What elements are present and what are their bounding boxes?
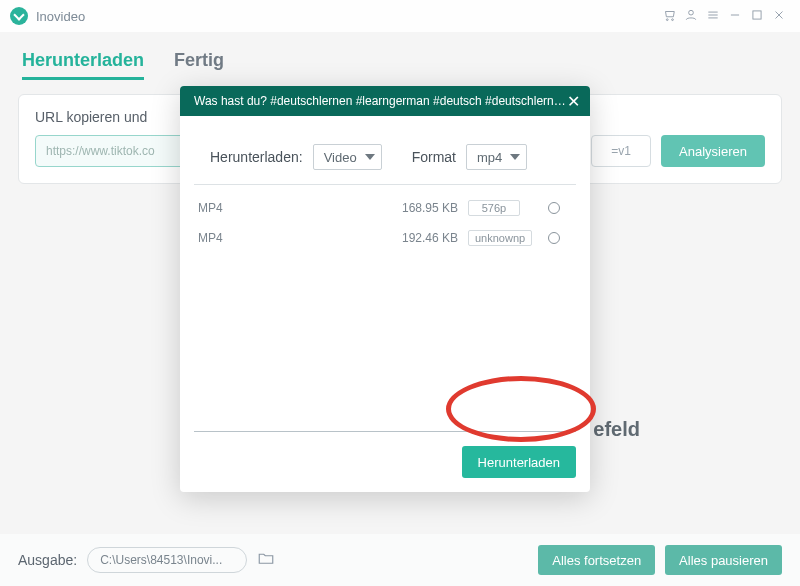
- modal-header: Was hast du? #deutschlernen #learngerman…: [180, 86, 590, 116]
- modal-close-icon[interactable]: ✕: [567, 92, 580, 111]
- format-select[interactable]: mp4: [466, 144, 527, 170]
- modal-title: Was hast du? #deutschlernen #learngerman…: [194, 94, 567, 108]
- footer-bar: Ausgabe: C:\Users\84513\Inovi... Alles f…: [0, 534, 800, 586]
- row-radio[interactable]: [548, 202, 560, 214]
- pause-all-button[interactable]: Alles pausieren: [665, 545, 782, 575]
- menu-icon[interactable]: [702, 8, 724, 25]
- analyze-button[interactable]: Analysieren: [661, 135, 765, 167]
- download-type-select[interactable]: Video: [313, 144, 382, 170]
- row-format: MP4: [194, 201, 384, 215]
- download-button[interactable]: Herunterladen: [462, 446, 576, 478]
- background-hint-text: efeld: [593, 418, 640, 441]
- titlebar: Inovideo: [0, 0, 800, 32]
- modal-controls: Herunterladen: Video Format mp4: [180, 116, 590, 184]
- svg-point-0: [666, 18, 668, 20]
- format-label: Format: [412, 149, 456, 165]
- output-label: Ausgabe:: [18, 552, 77, 568]
- tab-fertig[interactable]: Fertig: [174, 50, 224, 80]
- row-format: MP4: [194, 231, 384, 245]
- row-quality: 576p: [468, 200, 520, 216]
- svg-point-2: [689, 10, 694, 15]
- output-path[interactable]: C:\Users\84513\Inovi...: [87, 547, 247, 573]
- cart-icon[interactable]: [658, 8, 680, 25]
- close-icon[interactable]: [768, 8, 790, 25]
- tab-herunterladen[interactable]: Herunterladen: [22, 50, 144, 80]
- app-logo: [10, 7, 28, 25]
- row-size: 168.95 KB: [394, 201, 458, 215]
- download-modal: Was hast du? #deutschlernen #learngerman…: [180, 86, 590, 492]
- row-size: 192.46 KB: [394, 231, 458, 245]
- download-type-label: Herunterladen:: [210, 149, 303, 165]
- modal-footer: Herunterladen: [180, 432, 590, 492]
- maximize-icon[interactable]: [746, 8, 768, 25]
- row-quality: unknownp: [468, 230, 532, 246]
- chevron-down-icon: [510, 154, 520, 160]
- format-value: mp4: [477, 150, 502, 165]
- format-rows: MP4 168.95 KB 576p MP4 192.46 KB unknown…: [180, 185, 590, 261]
- svg-point-1: [672, 18, 674, 20]
- open-folder-icon[interactable]: [257, 549, 275, 571]
- minimize-icon[interactable]: [724, 8, 746, 25]
- tabs: Herunterladen Fertig: [0, 32, 800, 86]
- format-row: MP4 192.46 KB unknownp: [194, 223, 576, 253]
- row-radio[interactable]: [548, 232, 560, 244]
- app-name: Inovideo: [36, 9, 85, 24]
- url-suffix-box: =v1: [591, 135, 651, 167]
- resume-all-button[interactable]: Alles fortsetzen: [538, 545, 655, 575]
- chevron-down-icon: [365, 154, 375, 160]
- svg-rect-3: [753, 10, 761, 18]
- user-icon[interactable]: [680, 8, 702, 25]
- format-row: MP4 168.95 KB 576p: [194, 193, 576, 223]
- download-type-value: Video: [324, 150, 357, 165]
